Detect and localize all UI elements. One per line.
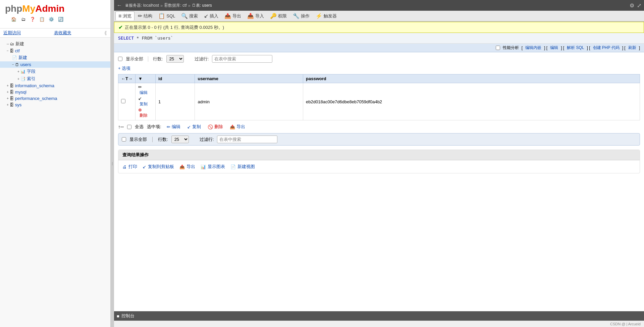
home-icon[interactable]: 🏠 xyxy=(10,15,17,23)
filter-input-bottom[interactable] xyxy=(217,135,277,143)
row-count-bar-bottom: 显示全部 行数: 25 50 100 过滤行: xyxy=(118,133,640,146)
collapse-icon[interactable]: ⟪ xyxy=(104,30,107,36)
tab-operations[interactable]: 🔧 操作 xyxy=(290,11,312,20)
back-button[interactable]: ← xyxy=(117,2,122,8)
db-icon: 🗄 xyxy=(10,84,14,88)
favorites-link[interactable]: 表收藏夹 xyxy=(54,30,71,36)
export3-button[interactable]: 📤 导出 xyxy=(179,164,195,170)
tree-label: 索引 xyxy=(27,76,36,82)
row-count-select-bottom[interactable]: 25 50 100 xyxy=(171,135,189,143)
tree-item-fields[interactable]: + 📊 字段 xyxy=(0,68,110,75)
recent-link[interactable]: 近期访问 xyxy=(3,30,21,36)
control-bar[interactable]: ■ 控制台 xyxy=(114,311,644,321)
tree-item-users[interactable]: − 🗒 users xyxy=(0,61,110,68)
help-icon[interactable]: ❓ xyxy=(29,15,36,23)
options-sep: ] [ xyxy=(561,46,564,50)
bottom-edit-button[interactable]: ✏ 编辑 xyxy=(165,123,182,130)
topbar-fullscreen-button[interactable]: ⤢ xyxy=(637,2,641,9)
bottom-actions: ✏ 编辑 ↙ 复制 🚫 删除 📤 导出 xyxy=(165,123,247,130)
breadcrumb-server[interactable]: 服务器: localhost xyxy=(129,3,159,8)
tab-sql[interactable]: 📋 SQL xyxy=(156,11,178,20)
tree-item-indexes[interactable]: + 📑 索引 xyxy=(0,75,110,83)
bottom-controls: ↑─ 全选 选中项: ✏ 编辑 ↙ 复制 🚫 删除 📤 导 xyxy=(118,123,640,130)
photo-icon[interactable]: 🗂 xyxy=(19,15,27,23)
options-expand-link[interactable]: + 选项 xyxy=(118,66,130,71)
options-sep: ] [ xyxy=(587,46,590,50)
col-password-label: password xyxy=(306,76,326,81)
sort-arrows-icon: ←T→ xyxy=(121,76,132,81)
tree-item-ctf[interactable]: − 🗄 ctf xyxy=(0,48,110,54)
bottom-copy-label: 复制 xyxy=(192,124,201,130)
th-username[interactable]: username xyxy=(195,74,303,83)
tab-export[interactable]: 📤 导出 xyxy=(222,11,244,20)
options-sep: ] [ xyxy=(544,46,547,50)
sidebar-resize-handle[interactable]: | xyxy=(111,0,114,327)
show-all-checkbox-top[interactable] xyxy=(118,57,122,61)
tab-browse[interactable]: ≡ 浏览 xyxy=(115,11,135,20)
filter-label-top: 过滤行: xyxy=(195,56,209,62)
bottom-delete-button[interactable]: 🚫 删除 xyxy=(206,123,225,130)
show-all-label-bottom: 显示全部 xyxy=(129,137,147,143)
options-bar: 性能分析 [ 编辑内嵌 ] [ 编辑 ] [ 解析 SQL ] [ 创建 PHP… xyxy=(114,44,644,52)
tree-item-info-schema[interactable]: + 🗄 information_schema xyxy=(0,83,110,89)
sql-icon: 📋 xyxy=(158,13,165,19)
tab-triggers[interactable]: ⚡ 触发器 xyxy=(313,11,339,20)
bottom-delete-label: 删除 xyxy=(214,124,223,130)
topbar-settings-button[interactable]: ⚙ xyxy=(630,2,634,9)
profiling-checkbox[interactable] xyxy=(496,46,500,50)
row-delete-button[interactable]: 删除 xyxy=(138,112,149,119)
cell-username: admin xyxy=(195,83,303,120)
tree-item-new-root[interactable]: ─ 🗂 新建 xyxy=(0,40,110,48)
delete2-icon: 🚫 xyxy=(208,124,213,129)
tree-item-sys[interactable]: + 🗄 sys xyxy=(0,102,110,108)
db-icon: 🗄 xyxy=(10,49,14,53)
refresh-link[interactable]: 刷新 xyxy=(628,45,636,51)
edit-link[interactable]: 编辑 xyxy=(550,45,558,51)
bottom-export-button[interactable]: 📤 导出 xyxy=(228,123,247,130)
sql-body: * FROM xyxy=(134,36,155,41)
copy-icon[interactable]: 📋 xyxy=(38,15,46,23)
check-all-checkbox[interactable] xyxy=(127,125,131,129)
bottom-copy-button[interactable]: ↙ 复制 xyxy=(185,123,203,130)
toggle-icon: + xyxy=(17,77,19,81)
breadcrumb-db[interactable]: 数据库: ctf xyxy=(168,3,186,8)
tab-privileges[interactable]: 🔑 权限 xyxy=(267,11,289,20)
th-password[interactable]: password xyxy=(303,74,640,83)
topbar-actions: ⚙ ⤢ xyxy=(630,2,641,9)
clipboard-button[interactable]: ↙ 复制到剪贴板 xyxy=(143,164,174,170)
toggle-icon: ─ xyxy=(7,42,9,46)
tab-insert[interactable]: ↙ 插入 xyxy=(201,11,221,20)
row-copy-button[interactable]: 复制 xyxy=(138,101,149,107)
row-checkbox[interactable] xyxy=(121,99,125,103)
show-all-checkbox-bottom[interactable] xyxy=(122,137,126,142)
logo-admin: Admin xyxy=(35,3,64,14)
refresh-icon[interactable]: 🔄 xyxy=(57,15,64,23)
th-id[interactable]: id xyxy=(155,74,195,83)
tab-structure-label: 结构 xyxy=(144,13,152,19)
tab-structure[interactable]: ✏ 结构 xyxy=(135,11,155,20)
row-edit-button[interactable]: 编辑 xyxy=(138,90,149,96)
breadcrumb-sep2: » xyxy=(188,3,191,8)
tree-label: 新建 xyxy=(15,41,24,47)
tree-item-perf-schema[interactable]: + 🗄 performance_schema xyxy=(0,95,110,102)
th-sort[interactable]: ▼ xyxy=(135,74,155,83)
parse-sql-link[interactable]: 解析 SQL xyxy=(567,45,584,51)
toolbar: ≡ 浏览 ✏ 结构 📋 SQL 🔍 搜索 ↙ 插入 📤 导出 📥 导入 🔑 xyxy=(114,11,644,22)
import-icon: 📥 xyxy=(247,13,254,19)
settings-icon[interactable]: ⚙️ xyxy=(48,15,55,23)
copy2-icon: ↙ xyxy=(187,124,191,129)
filter-input-top[interactable] xyxy=(212,55,272,63)
tab-search[interactable]: 🔍 搜索 xyxy=(178,11,201,20)
table-icon: 📄 xyxy=(12,55,17,60)
new-view-button[interactable]: 📄 新建视图 xyxy=(230,164,255,170)
tab-import[interactable]: 📥 导入 xyxy=(245,11,267,20)
chart-button[interactable]: 📊 显示图表 xyxy=(201,164,225,170)
status-check-icon: ✔ xyxy=(118,24,123,31)
row-count-select-top[interactable]: 25 50 100 xyxy=(166,55,184,63)
tree-item-mysql[interactable]: + 🗄 mysql xyxy=(0,89,110,95)
sidebar-nav: 近期访问 表收藏夹 ⟪ xyxy=(0,29,110,38)
edit-inline-link[interactable]: 编辑内嵌 xyxy=(525,45,541,51)
print-button[interactable]: 🖨 打印 xyxy=(122,164,137,170)
create-php-link[interactable]: 创建 PHP 代码 xyxy=(593,45,620,51)
tree-item-ctf-new[interactable]: 📄 新建 xyxy=(0,54,110,61)
